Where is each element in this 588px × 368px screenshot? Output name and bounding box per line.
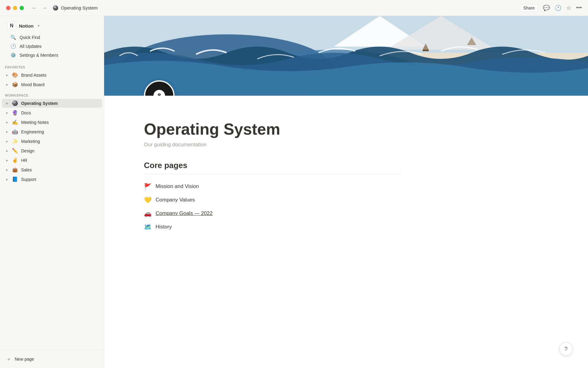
collapse-icon: ▶ <box>6 111 8 114</box>
search-icon: 🔍 <box>10 35 17 40</box>
mood-board-label: Mood Board <box>21 82 44 87</box>
workspace-switcher[interactable]: N Notion ▾ <box>4 20 100 32</box>
divider <box>144 174 401 174</box>
operating-system-emoji: 🎱 <box>12 100 18 106</box>
nav-arrows: ← → <box>30 4 49 12</box>
main-content: 8 Operating System Our guiding documenta… <box>104 0 588 368</box>
gear-icon: ⚙️ <box>10 52 17 58</box>
forward-button[interactable]: → <box>40 4 49 12</box>
meeting-notes-emoji: ✍️ <box>12 119 18 125</box>
settings-label: Settings & Members <box>20 53 58 58</box>
sidebar-item-sales[interactable]: ▶ 👜 Sales <box>2 165 102 174</box>
sidebar: N Notion ▾ 🔍 Quick Find 🕐 All Updates ⚙️… <box>0 0 104 368</box>
page-content-area: Operating System Our guiding documentati… <box>104 96 441 252</box>
core-pages-list: 🚩 Mission and Vision 💛 Company Values 🚗 … <box>144 180 401 234</box>
docs-label: Docs <box>21 110 31 115</box>
sidebar-item-operating-system[interactable]: ▶ 🎱 Operating System <box>2 99 102 108</box>
collapse-icon: ▶ <box>6 168 8 171</box>
history-icon[interactable]: 🕐 <box>555 5 561 11</box>
page-subtitle: Our guiding documentation <box>144 142 401 148</box>
list-item[interactable]: 🗺️ History <box>144 220 401 234</box>
mood-board-emoji: 📦 <box>12 82 18 87</box>
sidebar-item-marketing[interactable]: ▶ ✨ Marketing <box>2 137 102 146</box>
sales-label: Sales <box>21 167 32 172</box>
list-item[interactable]: 💛 Company Values <box>144 193 401 207</box>
cover-image: 8 <box>104 16 588 96</box>
collapse-icon: ▶ <box>6 140 8 143</box>
sidebar-item-all-updates[interactable]: 🕐 All Updates <box>6 42 98 51</box>
share-button[interactable]: Share <box>520 4 538 12</box>
sidebar-item-settings[interactable]: ⚙️ Settings & Members <box>6 51 98 59</box>
sidebar-item-mood-board[interactable]: ▶ 📦 Mood Board <box>2 80 102 89</box>
back-button[interactable]: ← <box>30 4 39 12</box>
sidebar-item-docs[interactable]: ▶ 🔮 Docs <box>2 108 102 117</box>
support-emoji: 📘 <box>12 176 18 182</box>
page-icon-small: 🎱 <box>53 5 58 11</box>
company-goals-emoji: 🚗 <box>144 210 152 217</box>
brand-assets-emoji: 🎨 <box>12 72 18 78</box>
hr-emoji: ✌️ <box>12 157 18 163</box>
collapse-icon: ▶ <box>6 159 8 162</box>
workspace-section-label: WORKSPACE <box>0 89 104 98</box>
engineering-emoji: 🤖 <box>12 129 18 135</box>
collapse-icon: ▶ <box>6 130 8 133</box>
sidebar-item-brand-assets[interactable]: ▶ 🎨 Brand Assets <box>2 71 102 79</box>
clock-icon: 🕐 <box>10 44 17 49</box>
sidebar-item-design[interactable]: ▶ ✏️ Design <box>2 146 102 155</box>
sidebar-item-support[interactable]: ▶ 📘 Support <box>2 175 102 184</box>
core-pages-heading: Core pages <box>144 161 401 170</box>
design-label: Design <box>21 148 35 153</box>
favorite-icon[interactable]: ☆ <box>566 5 571 11</box>
new-page-label: New page <box>15 357 34 362</box>
collapse-icon: ▶ <box>6 178 8 181</box>
help-button[interactable]: ? <box>559 342 573 356</box>
notion-logo: N <box>7 21 16 30</box>
toolbar-right: Share 💬 🕐 ☆ ••• <box>520 4 588 12</box>
brand-assets-label: Brand Assets <box>21 73 47 78</box>
design-emoji: ✏️ <box>12 148 18 154</box>
favorites-section-label: FAVORITES <box>0 61 104 70</box>
collapse-icon: ▶ <box>6 74 8 77</box>
traffic-lights <box>0 6 24 10</box>
page-title-label: Operating System <box>61 5 98 10</box>
meeting-notes-label: Meeting Notes <box>21 120 49 125</box>
company-values-link[interactable]: Company Values <box>156 197 195 203</box>
sales-emoji: 👜 <box>12 167 18 173</box>
plus-icon: ＋ <box>6 355 12 363</box>
sidebar-item-quick-find[interactable]: 🔍 Quick Find <box>6 33 98 42</box>
new-page-button[interactable]: ＋ New page <box>2 353 102 365</box>
collapse-icon: ▶ <box>6 149 8 152</box>
collapse-icon: ▶ <box>6 121 8 124</box>
sidebar-item-hr[interactable]: ▶ ✌️ HR <box>2 156 102 165</box>
collapse-icon: ▶ <box>6 102 8 105</box>
history-link[interactable]: History <box>156 224 172 230</box>
company-values-emoji: 💛 <box>144 196 152 204</box>
close-button[interactable] <box>6 6 10 10</box>
list-item[interactable]: 🚗 Company Goals — 2022 <box>144 207 401 220</box>
sidebar-item-meeting-notes[interactable]: ▶ ✍️ Meeting Notes <box>2 118 102 127</box>
collapse-icon: ▶ <box>6 83 8 86</box>
quick-find-label: Quick Find <box>20 35 40 40</box>
workspace-name: Notion <box>19 23 33 29</box>
docs-emoji: 🔮 <box>12 110 18 116</box>
svg-rect-7 <box>423 50 429 51</box>
minimize-button[interactable] <box>13 6 17 10</box>
all-updates-label: All Updates <box>20 44 42 49</box>
breadcrumb: 🎱 Operating System <box>53 5 98 11</box>
mission-vision-emoji: 🚩 <box>144 183 152 190</box>
company-goals-link[interactable]: Company Goals — 2022 <box>156 210 213 217</box>
marketing-emoji: ✨ <box>12 138 18 144</box>
sidebar-top: N Notion ▾ 🔍 Quick Find 🕐 All Updates ⚙️… <box>0 16 104 61</box>
engineering-label: Engineering <box>21 129 44 134</box>
history-emoji: 🗺️ <box>144 223 152 231</box>
list-item[interactable]: 🚩 Mission and Vision <box>144 180 401 193</box>
sidebar-bottom: ＋ New page <box>0 350 104 368</box>
support-label: Support <box>21 177 36 182</box>
page-title: Operating System <box>144 120 401 139</box>
comment-icon[interactable]: 💬 <box>543 5 550 11</box>
sidebar-item-engineering[interactable]: ▶ 🤖 Engineering <box>2 127 102 136</box>
mission-vision-link[interactable]: Mission and Vision <box>156 183 199 190</box>
more-icon[interactable]: ••• <box>576 5 582 11</box>
hr-label: HR <box>21 158 27 163</box>
fullscreen-button[interactable] <box>20 6 24 10</box>
